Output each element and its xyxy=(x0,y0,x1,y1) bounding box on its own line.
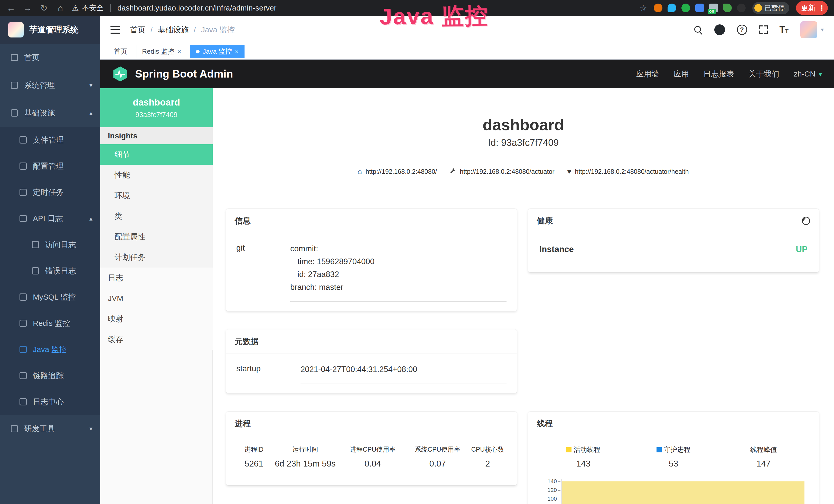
insights-item-config-props[interactable]: 配置属性 xyxy=(100,226,213,247)
yellow-legend-swatch xyxy=(566,447,571,452)
sidebar-item-api-log[interactable]: API 日志 ▴ xyxy=(0,205,100,232)
insights-item-details[interactable]: 细节 xyxy=(100,144,213,165)
close-icon[interactable]: × xyxy=(177,48,181,55)
instance-item-caches[interactable]: 缓存 xyxy=(100,329,213,350)
sidebar-item-scheduled-jobs[interactable]: 定时任务 xyxy=(0,179,100,205)
health-url-link[interactable]: ♥ http://192.168.0.2:48080/actuator/heal… xyxy=(561,164,695,179)
address-url[interactable]: dashboard.yudao.iocoder.cn/infra/admin-s… xyxy=(117,4,277,12)
sba-locale-select[interactable]: zh-CN ▾ xyxy=(794,70,822,78)
tab-home[interactable]: 首页 xyxy=(108,45,133,58)
browser-menu-icon[interactable]: ⋮ xyxy=(818,4,825,12)
tag-tab-bar: 首页 Redis 监控 × Java 监控 × xyxy=(100,44,834,60)
sidebar-item-redis-monitor[interactable]: Redis 监控 xyxy=(0,310,100,336)
search-icon[interactable] xyxy=(694,25,702,34)
sidebar-item-system-mgmt[interactable]: 系统管理 ▾ xyxy=(0,71,100,99)
insights-item-metrics[interactable]: 性能 xyxy=(100,165,213,185)
sidebar-item-log-center[interactable]: 日志中心 xyxy=(0,389,100,415)
insights-item-classes[interactable]: 类 xyxy=(100,206,213,226)
update-button[interactable]: 更新 ⋮ xyxy=(796,1,828,15)
threads-card-header: 线程 xyxy=(528,412,819,436)
drop-extension-icon[interactable] xyxy=(667,4,676,12)
chevron-down-icon: ▾ xyxy=(89,82,92,89)
collapse-menu-icon[interactable] xyxy=(110,26,120,33)
sidebar-item-label: 研发工具 xyxy=(24,423,55,434)
insights-group-header[interactable]: Insights xyxy=(100,127,213,144)
instance-id-subtitle: Id: 93a3fc7f7409 xyxy=(213,137,834,148)
fox-extension-icon[interactable] xyxy=(654,4,662,12)
instance-links: ⌂ http://192.168.0.2:48080/ http://192.1… xyxy=(213,164,834,179)
sba-nav-about[interactable]: 关于我们 xyxy=(748,69,779,79)
back-icon[interactable]: ← xyxy=(6,3,16,13)
grid-extension-icon[interactable] xyxy=(695,4,704,12)
actuator-url-link[interactable]: http://192.168.0.2:48080/actuator xyxy=(443,164,561,179)
fullscreen-icon[interactable] xyxy=(759,25,768,34)
breadcrumb-home[interactable]: 首页 xyxy=(130,25,158,35)
app-logo[interactable]: 芋道管理系统 xyxy=(0,16,100,44)
puzzle-extension-icon[interactable] xyxy=(737,4,746,12)
health-instance-row[interactable]: Instance UP xyxy=(539,243,809,263)
reload-icon[interactable]: ↻ xyxy=(39,3,49,13)
bookmark-star-icon[interactable]: ☆ xyxy=(640,3,647,13)
instance-item-logs[interactable]: 日志 xyxy=(100,268,213,288)
instance-item-jvm[interactable]: JVM xyxy=(100,288,213,308)
insights-item-environment[interactable]: 环境 xyxy=(100,185,213,206)
sidebar-item-access-log[interactable]: 访问日志 xyxy=(0,232,100,258)
sidebar-item-label: 访问日志 xyxy=(45,239,76,250)
sidebar-item-label: MySQL 监控 xyxy=(33,292,76,302)
sidebar-item-label: Redis 监控 xyxy=(33,318,70,329)
sidebar-item-label: 首页 xyxy=(24,52,40,63)
sidebar-item-dev-tools[interactable]: 研发工具 ▾ xyxy=(0,415,100,443)
active-dot-icon xyxy=(196,50,200,53)
tab-redis-monitor[interactable]: Redis 监控 × xyxy=(136,45,187,58)
sba-nav-wallboard[interactable]: 应用墙 xyxy=(636,69,659,79)
instance-item-mappings[interactable]: 映射 xyxy=(100,308,213,329)
instance-app-block[interactable]: dashboard 93a3fc7f7409 xyxy=(100,88,213,127)
sidebar-item-tracing[interactable]: 链路追踪 xyxy=(0,363,100,389)
font-big-glyph: T xyxy=(780,24,785,35)
health-instance-label: Instance xyxy=(540,245,574,254)
close-icon[interactable]: × xyxy=(235,48,239,55)
forward-icon[interactable]: → xyxy=(23,3,32,13)
service-url-link[interactable]: ⌂ http://192.168.0.2:48080/ xyxy=(351,164,443,179)
insights-item-scheduled-tasks[interactable]: 计划任务 xyxy=(100,247,213,268)
process-col-header: 进程CPU使用率 xyxy=(339,445,407,459)
info-card-body: git commit: time: 1596289704000 id: 27aa… xyxy=(226,233,517,311)
card-title: 线程 xyxy=(537,418,553,429)
github-icon[interactable] xyxy=(714,24,725,35)
metadata-value: 2021-04-27T00:44:31.254+08:00 xyxy=(301,363,506,384)
sidebar-item-error-log[interactable]: 错误日志 xyxy=(0,258,100,284)
mail-extension-icon[interactable]: on xyxy=(709,4,718,12)
process-card-body: 进程ID 运行时间 进程CPU使用率 系统CPU使用率 CPU核心数 5261 … xyxy=(226,436,517,485)
green-circle-extension-icon[interactable] xyxy=(681,4,690,12)
leaf-extension-icon[interactable] xyxy=(723,4,732,12)
on-badge: on xyxy=(708,9,716,14)
site-security-chip[interactable]: ⚠ 不安全 xyxy=(72,3,104,13)
sidebar-item-mysql-monitor[interactable]: MySQL 监控 xyxy=(0,284,100,310)
monitor-icon xyxy=(11,109,18,117)
user-menu[interactable]: ▾ xyxy=(800,21,824,38)
sba-nav-applications[interactable]: 应用 xyxy=(674,69,689,79)
tab-java-monitor[interactable]: Java 监控 × xyxy=(190,45,244,58)
instance-app-id: 93a3fc7f7409 xyxy=(135,111,177,119)
breadcrumb-java-monitor: Java 监控 xyxy=(201,25,235,35)
app-sidebar: 芋道管理系统 首页 系统管理 ▾ 基础设施 ▴ 文件管理 配置管理 xyxy=(0,16,100,504)
paused-badge[interactable]: 已暂停 xyxy=(752,2,789,14)
font-size-icon[interactable]: T T xyxy=(780,24,789,35)
sidebar-item-java-monitor[interactable]: Java 监控 xyxy=(0,336,100,363)
chevron-down-icon: ▾ xyxy=(818,70,822,78)
sidebar-item-home[interactable]: 首页 xyxy=(0,44,100,71)
sba-brand-title[interactable]: Spring Boot Admin xyxy=(135,68,233,80)
git-commit-line: commit: xyxy=(290,244,318,253)
sidebar-item-file-mgmt[interactable]: 文件管理 xyxy=(0,127,100,153)
home-icon[interactable]: ⌂ xyxy=(56,3,65,13)
metadata-card-header: 元数据 xyxy=(226,329,517,354)
info-value: commit: time: 1596289704000 id: 27aa832 … xyxy=(290,243,506,302)
sidebar-item-config-mgmt[interactable]: 配置管理 xyxy=(0,153,100,179)
help-icon[interactable]: ? xyxy=(737,25,747,35)
sidebar-item-infrastructure[interactable]: 基础设施 ▴ xyxy=(0,99,100,127)
history-icon[interactable] xyxy=(802,217,810,225)
app-title: 芋道管理系统 xyxy=(29,24,79,36)
breadcrumb-infrastructure[interactable]: 基础设施 xyxy=(158,25,201,35)
legend-label: 线程峰值 xyxy=(750,445,777,454)
sba-nav-journal[interactable]: 日志报表 xyxy=(703,69,734,79)
